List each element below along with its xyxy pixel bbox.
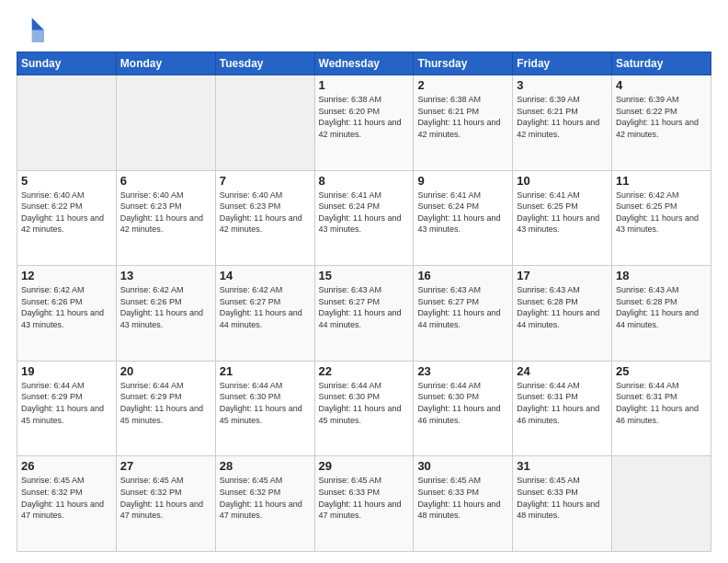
day-number: 21 [220,364,311,378]
day-info: Sunrise: 6:44 AM Sunset: 6:29 PM Dayligh… [120,380,211,426]
calendar-cell: 21Sunrise: 6:44 AM Sunset: 6:30 PM Dayli… [215,361,314,456]
day-number: 8 [319,174,410,188]
day-number: 20 [120,364,211,378]
calendar-cell: 29Sunrise: 6:45 AM Sunset: 6:33 PM Dayli… [314,456,414,552]
day-number: 23 [417,364,508,378]
day-header-sunday: Sunday [17,52,117,75]
calendar-cell: 22Sunrise: 6:44 AM Sunset: 6:30 PM Dayli… [314,361,414,456]
day-number: 6 [120,174,211,188]
logo-icon [17,15,44,42]
day-number: 16 [417,269,508,282]
day-info: Sunrise: 6:42 AM Sunset: 6:26 PM Dayligh… [21,284,112,330]
day-info: Sunrise: 6:45 AM Sunset: 6:33 PM Dayligh… [417,475,508,521]
calendar-cell: 28Sunrise: 6:45 AM Sunset: 6:32 PM Dayli… [215,456,314,552]
day-header-tuesday: Tuesday [215,52,314,75]
day-number: 27 [120,459,211,473]
day-number: 26 [21,459,112,473]
day-info: Sunrise: 6:44 AM Sunset: 6:30 PM Dayligh… [417,380,508,426]
day-number: 4 [616,78,707,92]
day-info: Sunrise: 6:41 AM Sunset: 6:24 PM Dayligh… [319,190,410,236]
logo [17,15,48,42]
day-info: Sunrise: 6:45 AM Sunset: 6:33 PM Dayligh… [517,475,608,521]
calendar-cell: 7Sunrise: 6:40 AM Sunset: 6:23 PM Daylig… [215,170,314,266]
day-info: Sunrise: 6:40 AM Sunset: 6:22 PM Dayligh… [21,190,112,236]
day-number: 11 [616,174,707,188]
day-number: 19 [21,364,112,378]
day-number: 18 [616,269,707,282]
day-number: 29 [319,459,410,473]
day-header-saturday: Saturday [612,52,711,75]
calendar-week-5: 26Sunrise: 6:45 AM Sunset: 6:32 PM Dayli… [17,456,711,552]
day-info: Sunrise: 6:45 AM Sunset: 6:32 PM Dayligh… [220,475,311,521]
calendar-cell: 6Sunrise: 6:40 AM Sunset: 6:23 PM Daylig… [116,170,215,266]
calendar-cell: 15Sunrise: 6:43 AM Sunset: 6:27 PM Dayli… [314,266,414,362]
calendar-cell: 25Sunrise: 6:44 AM Sunset: 6:31 PM Dayli… [612,361,711,456]
calendar-cell: 27Sunrise: 6:45 AM Sunset: 6:32 PM Dayli… [116,456,215,552]
day-info: Sunrise: 6:45 AM Sunset: 6:33 PM Dayligh… [319,475,410,521]
day-number: 1 [319,78,410,92]
day-number: 17 [517,269,608,282]
calendar-cell: 12Sunrise: 6:42 AM Sunset: 6:26 PM Dayli… [17,266,117,362]
day-info: Sunrise: 6:44 AM Sunset: 6:29 PM Dayligh… [21,380,112,426]
day-number: 30 [417,459,508,473]
day-info: Sunrise: 6:43 AM Sunset: 6:28 PM Dayligh… [517,284,608,330]
day-info: Sunrise: 6:39 AM Sunset: 6:21 PM Dayligh… [517,94,608,140]
calendar-body: 1Sunrise: 6:38 AM Sunset: 6:20 PM Daylig… [17,75,711,552]
day-info: Sunrise: 6:38 AM Sunset: 6:21 PM Dayligh… [417,94,508,140]
calendar-cell [116,75,215,171]
day-number: 13 [120,269,211,282]
calendar-week-1: 1Sunrise: 6:38 AM Sunset: 6:20 PM Daylig… [17,75,711,171]
calendar-cell: 23Sunrise: 6:44 AM Sunset: 6:30 PM Dayli… [414,361,513,456]
calendar-cell: 2Sunrise: 6:38 AM Sunset: 6:21 PM Daylig… [414,75,513,171]
calendar-cell: 13Sunrise: 6:42 AM Sunset: 6:26 PM Dayli… [116,266,215,362]
calendar-cell: 1Sunrise: 6:38 AM Sunset: 6:20 PM Daylig… [314,75,414,171]
calendar-cell: 18Sunrise: 6:43 AM Sunset: 6:28 PM Dayli… [612,266,711,362]
day-number: 5 [21,174,112,188]
day-info: Sunrise: 6:42 AM Sunset: 6:27 PM Dayligh… [220,284,311,330]
calendar-cell: 30Sunrise: 6:45 AM Sunset: 6:33 PM Dayli… [414,456,513,552]
calendar-cell: 8Sunrise: 6:41 AM Sunset: 6:24 PM Daylig… [314,170,414,266]
calendar-week-3: 12Sunrise: 6:42 AM Sunset: 6:26 PM Dayli… [17,266,711,362]
day-info: Sunrise: 6:40 AM Sunset: 6:23 PM Dayligh… [120,190,211,236]
day-info: Sunrise: 6:38 AM Sunset: 6:20 PM Dayligh… [319,94,410,140]
day-info: Sunrise: 6:43 AM Sunset: 6:27 PM Dayligh… [319,284,410,330]
day-info: Sunrise: 6:39 AM Sunset: 6:22 PM Dayligh… [616,94,707,140]
day-number: 14 [220,269,311,282]
svg-marker-1 [32,30,44,42]
day-info: Sunrise: 6:41 AM Sunset: 6:24 PM Dayligh… [417,190,508,236]
day-number: 9 [417,174,508,188]
day-info: Sunrise: 6:41 AM Sunset: 6:25 PM Dayligh… [517,190,608,236]
calendar-cell [215,75,314,171]
calendar-cell [17,75,117,171]
calendar-cell: 10Sunrise: 6:41 AM Sunset: 6:25 PM Dayli… [513,170,612,266]
day-number: 22 [319,364,410,378]
calendar-cell: 3Sunrise: 6:39 AM Sunset: 6:21 PM Daylig… [513,75,612,171]
day-info: Sunrise: 6:44 AM Sunset: 6:31 PM Dayligh… [517,380,608,426]
calendar-cell: 5Sunrise: 6:40 AM Sunset: 6:22 PM Daylig… [17,170,117,266]
day-info: Sunrise: 6:42 AM Sunset: 6:25 PM Dayligh… [616,190,707,236]
calendar-cell [612,456,711,552]
calendar-cell: 26Sunrise: 6:45 AM Sunset: 6:32 PM Dayli… [17,456,117,552]
day-number: 10 [517,174,608,188]
day-info: Sunrise: 6:44 AM Sunset: 6:30 PM Dayligh… [220,380,311,426]
calendar-cell: 11Sunrise: 6:42 AM Sunset: 6:25 PM Dayli… [612,170,711,266]
day-number: 2 [417,78,508,92]
calendar-table: SundayMondayTuesdayWednesdayThursdayFrid… [17,52,711,552]
day-info: Sunrise: 6:44 AM Sunset: 6:31 PM Dayligh… [616,380,707,426]
day-number: 12 [21,269,112,282]
day-info: Sunrise: 6:43 AM Sunset: 6:27 PM Dayligh… [417,284,508,330]
calendar-cell: 17Sunrise: 6:43 AM Sunset: 6:28 PM Dayli… [513,266,612,362]
day-info: Sunrise: 6:44 AM Sunset: 6:30 PM Dayligh… [319,380,410,426]
calendar-page: SundayMondayTuesdayWednesdayThursdayFrid… [0,0,728,563]
day-header-thursday: Thursday [414,52,513,75]
calendar-week-2: 5Sunrise: 6:40 AM Sunset: 6:22 PM Daylig… [17,170,711,266]
day-info: Sunrise: 6:45 AM Sunset: 6:32 PM Dayligh… [120,475,211,521]
calendar-header-row: SundayMondayTuesdayWednesdayThursdayFrid… [17,52,711,75]
day-number: 31 [517,459,608,473]
calendar-cell: 16Sunrise: 6:43 AM Sunset: 6:27 PM Dayli… [414,266,513,362]
calendar-cell: 24Sunrise: 6:44 AM Sunset: 6:31 PM Dayli… [513,361,612,456]
day-number: 25 [616,364,707,378]
header [17,15,711,42]
calendar-cell: 31Sunrise: 6:45 AM Sunset: 6:33 PM Dayli… [513,456,612,552]
day-number: 28 [220,459,311,473]
